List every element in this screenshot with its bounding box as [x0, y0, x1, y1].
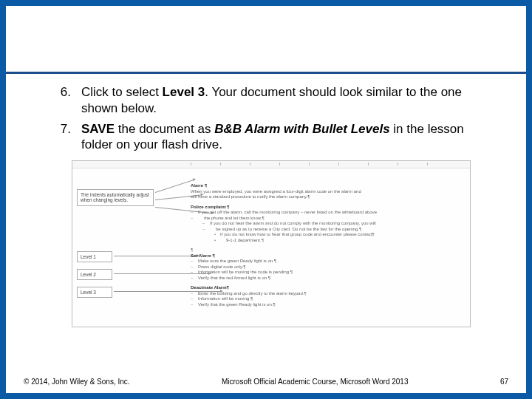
title-area [6, 6, 526, 74]
doc-bullet-l1: Information will be moving.¶ [191, 296, 461, 302]
doc-para-mark: ¶ [191, 248, 461, 253]
doc-body: Alarm ¶ When you were employed, you were… [191, 183, 461, 322]
step-7: 7. SAVE the document as B&B Alarm with B… [50, 121, 492, 154]
step-text-pre: Click to select [81, 85, 163, 99]
figure-screenshot: The indents automatically adjust when ch… [72, 160, 471, 327]
step-text-mid: the document as [115, 122, 214, 136]
doc-bullet-l1: Press digital code only.¶ [191, 265, 461, 270]
callout-level3: Level 3 [77, 287, 112, 298]
footer: © 2014, John Wiley & Sons, Inc. Microsof… [6, 378, 526, 386]
step-text: SAVE the document as B&B Alarm with Bull… [81, 121, 492, 154]
doc-subheading: Set Alarm ¶ [191, 253, 461, 259]
doc-bullet-l1: Make sure the green Ready light is on.¶ [191, 259, 461, 265]
step-6: 6. Click to select Level 3. Your documen… [50, 84, 492, 117]
step-number: 7. [50, 121, 81, 154]
leader-line [114, 256, 197, 256]
doc-bullet-l3: If you do not know how to hear that grou… [191, 232, 461, 238]
doc-subheading: Police complaint ¶ [191, 205, 461, 211]
figure-wrap: The indents automatically adjust when ch… [72, 160, 471, 327]
footer-page-number: 67 [500, 378, 508, 386]
step-number: 6. [50, 84, 81, 117]
callout-level2: Level 2 [77, 269, 112, 280]
step-text-bold-italic: B&B Alarm with Bullet Levels [214, 122, 389, 136]
doc-bullet-l1: the phone and let them know.¶ [191, 216, 461, 222]
slide-body: 6. Click to select Level 3. Your documen… [6, 6, 526, 393]
footer-course: Microsoft Official Academic Course, Micr… [130, 378, 500, 386]
doc-bullet-l1: Information will be moving the code is p… [191, 270, 461, 276]
leader-line [155, 180, 194, 193]
footer-copyright: © 2014, John Wiley & Sons, Inc. [24, 378, 130, 386]
doc-bullet-l2: be signed up as to receive a City card. … [191, 227, 461, 233]
doc-bullet-l1: Verify that the green Ready light is on.… [191, 302, 461, 308]
doc-heading: Alarm ¶ [191, 183, 461, 189]
doc-bullet-l1: Enter the building and go directly to th… [191, 291, 461, 297]
callout-level1: Level 1 [77, 251, 112, 262]
ruler [72, 161, 470, 168]
step-text-bold: Level 3 [163, 85, 205, 99]
step-text: Click to select Level 3. Your document s… [81, 84, 492, 117]
content-area: 6. Click to select Level 3. Your documen… [6, 84, 526, 327]
doc-bullet-l1: If you set off the alarm, call the monit… [191, 210, 461, 216]
doc-subheading: Deactivate Alarm¶ [191, 285, 461, 291]
doc-line: When you were employed, you were assigne… [191, 189, 461, 195]
callout-indent: The indents automatically adjust when ch… [77, 189, 154, 206]
step-text-bold: SAVE [81, 122, 115, 136]
doc-bullet-l3: 9-1-1 department.¶ [191, 238, 461, 244]
doc-bullet-l1: Verify that the red Armed light is on.¶ [191, 276, 461, 282]
doc-bullet-l2: If you do not hear the alarm and do not … [191, 221, 461, 227]
doc-line: will have a standard procedure to notify… [191, 194, 461, 200]
